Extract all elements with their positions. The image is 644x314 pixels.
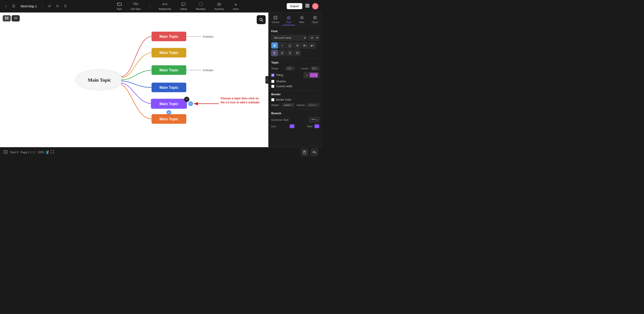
- branch-topic-color-select[interactable]: ▾: [314, 124, 319, 128]
- shape-select[interactable]: ▾: [286, 66, 294, 70]
- right-panel-collapse-button[interactable]: ›: [266, 76, 268, 84]
- tab-mark[interactable]: Mark: [296, 14, 308, 25]
- expand-icon[interactable]: [50, 150, 54, 154]
- undo-button[interactable]: ↺: [46, 3, 52, 9]
- tab-style[interactable]: Style: [283, 14, 295, 25]
- canvas-search-button[interactable]: [257, 15, 266, 24]
- edit-icon[interactable]: ✎: [186, 98, 188, 101]
- svg-point-45: [314, 17, 315, 18]
- callout-icon: [181, 2, 186, 8]
- svg-rect-22: [5, 17, 6, 18]
- svg-point-5: [162, 4, 164, 5]
- topic-3-label: Main Topic: [160, 68, 178, 72]
- clipart-tab-icon: [313, 16, 317, 20]
- fill-color-dropdown-icon: ▾: [306, 74, 308, 76]
- tool-topic[interactable]: Topic: [115, 1, 124, 11]
- back-button[interactable]: ‹: [4, 3, 8, 10]
- list-view-button[interactable]: [12, 15, 20, 22]
- export-button[interactable]: Export: [287, 3, 302, 9]
- bold-button[interactable]: B: [271, 42, 278, 48]
- text-color-button[interactable]: A ▾: [302, 42, 308, 48]
- mindmap-canvas[interactable]: Main Topic Main Topic Subtopic Main Topi…: [0, 12, 268, 147]
- add-subtopic-button[interactable]: +: [190, 102, 192, 105]
- align-center-button[interactable]: [279, 50, 286, 56]
- connector-label: Connector Style: [271, 118, 307, 121]
- filling-checkbox[interactable]: [271, 74, 274, 77]
- dashes-select[interactable]: ▾: [307, 103, 319, 107]
- weight-row: Weight ▾ Dashes ▾: [271, 103, 319, 107]
- svg-rect-3: [136, 3, 138, 5]
- footer-mouse-button[interactable]: [300, 148, 308, 156]
- fill-color-picker[interactable]: ▾ ▾: [304, 72, 319, 78]
- align-left-button[interactable]: [271, 50, 278, 56]
- style-tab-label: Style: [286, 21, 291, 24]
- footer-fn-button[interactable]: Fn: [310, 148, 318, 156]
- tool-subtopic[interactable]: Sub Topic: [129, 1, 142, 11]
- svg-point-43: [302, 17, 302, 18]
- map-icon[interactable]: [4, 150, 8, 154]
- branch-line-label: Line: [271, 125, 288, 128]
- tool-callout[interactable]: Callout: [178, 1, 189, 11]
- filling-label[interactable]: Filling: [276, 74, 283, 77]
- relationship-icon: [162, 2, 167, 8]
- footer-left: Topic 9 Page-1 1 / 1 100%: [4, 150, 54, 154]
- summary-label: Summary: [214, 8, 224, 10]
- canvas-area[interactable]: Main Topic Main Topic Subtopic Main Topi…: [0, 12, 268, 147]
- strikethrough-button[interactable]: S: [294, 42, 301, 48]
- shape-chevron: ▾: [292, 68, 292, 70]
- branch-line-color-select[interactable]: ▾: [290, 124, 294, 128]
- apps-button[interactable]: [305, 3, 310, 9]
- view-toggle: [3, 15, 20, 22]
- svg-rect-13: [307, 4, 308, 5]
- menu-button[interactable]: ☰: [10, 3, 17, 9]
- app-logo: [46, 150, 48, 154]
- insert-label: Insert: [233, 8, 238, 10]
- center-topic-label: Main Topic: [88, 78, 111, 83]
- border-color-label[interactable]: Border Color: [276, 98, 291, 101]
- italic-button[interactable]: I: [279, 42, 286, 48]
- tool-insert[interactable]: + Insert: [231, 1, 240, 11]
- weight-select[interactable]: ▾: [282, 103, 294, 107]
- avatar: [312, 3, 318, 10]
- divider2: [150, 4, 150, 8]
- style-tab-icon: [287, 16, 291, 20]
- svg-line-1: [118, 3, 120, 4]
- add-below-button[interactable]: +: [168, 111, 170, 114]
- connector-style-row: Connector Style ▾: [271, 117, 319, 122]
- format-row: B I U S A ▾ ◈ ▾: [271, 42, 319, 48]
- align-right-button[interactable]: [286, 50, 293, 56]
- tool-boundary[interactable]: Boundary: [194, 1, 207, 11]
- border-color-row: Border Color: [271, 98, 319, 101]
- tool-relationship[interactable]: Relationship: [157, 1, 173, 11]
- weight-label: Weight: [271, 104, 280, 106]
- fill-color-button[interactable]: ◈ ▾: [309, 42, 316, 48]
- svg-line-30: [262, 20, 263, 22]
- share-button[interactable]: ⎘: [62, 3, 68, 9]
- tool-summary[interactable]: Summary: [213, 1, 226, 11]
- shadow-checkbox[interactable]: [271, 80, 274, 83]
- redo-button[interactable]: ↻: [54, 3, 61, 9]
- font-size-select[interactable]: 14: [308, 35, 319, 40]
- shadow-row: Shadow: [271, 80, 319, 83]
- font-family-select[interactable]: Microsoft YaHei: [271, 35, 307, 40]
- topic-4-label: Main Topic: [160, 86, 178, 90]
- svg-point-8: [199, 3, 203, 6]
- custom-width-checkbox[interactable]: [271, 85, 274, 88]
- tab-clipart[interactable]: Clipart: [309, 14, 321, 25]
- shadow-label[interactable]: Shadow: [276, 80, 286, 83]
- thumbnail-view-button[interactable]: [3, 15, 11, 22]
- corner-label: Corner: [296, 67, 309, 70]
- subtopic-1-label: Subtopic: [202, 35, 214, 38]
- corner-select[interactable]: ▾: [310, 66, 319, 70]
- branch-section-title: Branch: [271, 112, 319, 115]
- align-justify-button[interactable]: [294, 50, 301, 56]
- underline-button[interactable]: U: [286, 42, 293, 48]
- border-color-checkbox[interactable]: [271, 98, 274, 101]
- custom-width-label[interactable]: Custom width: [276, 85, 292, 88]
- tab-canvas[interactable]: Canvas: [270, 14, 282, 25]
- svg-rect-14: [308, 4, 309, 5]
- svg-rect-19: [307, 6, 308, 8]
- connector-select[interactable]: ▾: [309, 117, 319, 122]
- topic-6-label: Main Topic: [160, 117, 178, 121]
- clipart-tab-label: Clipart: [312, 21, 318, 24]
